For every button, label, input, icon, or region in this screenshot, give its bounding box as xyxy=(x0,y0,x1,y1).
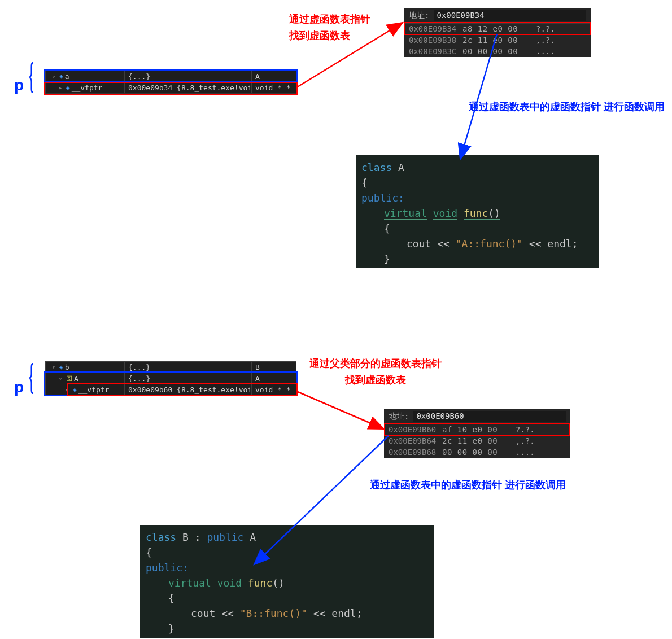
code-line: public: xyxy=(361,190,593,205)
var-type: B xyxy=(252,363,296,371)
code-line: { xyxy=(361,175,593,190)
mem-ascii: ,.?. xyxy=(536,35,555,46)
mem-row: 0x00E09B6800 00 00 00.... xyxy=(384,447,570,458)
mem-bytes: 00 00 00 00 xyxy=(462,46,536,58)
code-panel-classA: class A { public: virtual void func() { … xyxy=(356,155,599,268)
annotation-call-func-1: 通过虚函数表中的虚函数指针 进行函数调用 xyxy=(469,99,665,115)
mem-bytes: 2c 11 e0 00 xyxy=(442,436,516,447)
code-line: cout << "B::func()" << endl; xyxy=(146,606,428,621)
code-line: { xyxy=(361,221,593,236)
code-line: { xyxy=(146,590,428,606)
brace-2: { xyxy=(29,357,34,395)
highlight-p-1 xyxy=(44,69,298,82)
highlight-vtable-entry-1 xyxy=(404,22,591,35)
brace-1: { xyxy=(29,56,34,95)
addr-input[interactable]: 0x00E09B60 xyxy=(413,411,566,422)
highlight-vtable-entry-2 xyxy=(384,423,570,436)
mem-ascii: .... xyxy=(516,447,535,458)
annotation-find-vtable-2: 通过父类部分的虚函数表指针 找到虚函数表 xyxy=(309,356,442,388)
code-line: } xyxy=(361,251,593,266)
code-line: cout << "A::func()" << endl; xyxy=(361,236,593,251)
arrow-vfptr-to-vtable-2 xyxy=(296,389,390,435)
mem-ascii: ,.?. xyxy=(516,436,535,447)
label-p-1: p xyxy=(14,76,24,94)
mem-bytes: 2c 11 e0 00 xyxy=(462,35,536,46)
mem-row: 0x00E09B382c 11 e0 00,.?. xyxy=(404,35,591,46)
highlight-vfptr-2 xyxy=(67,383,298,396)
mem-addr: 0x00E09B68 xyxy=(389,447,442,458)
code-line: public: xyxy=(146,560,428,575)
var-name: b xyxy=(65,363,69,371)
mem-ascii: .... xyxy=(536,46,555,58)
code-panel-classB: class B : public A { public: virtual voi… xyxy=(140,525,434,638)
mem-row: 0x00E09B642c 11 e0 00,.?. xyxy=(384,436,570,447)
mem-addr: 0x00E09B38 xyxy=(409,35,462,46)
variable-icon: ◈ xyxy=(59,364,63,371)
mem-bytes: 00 00 00 00 xyxy=(442,447,516,458)
memory-header: 地址: 0x00E09B34 xyxy=(404,8,591,24)
mem-addr: 0x00E09B64 xyxy=(389,436,442,447)
code-line: } xyxy=(146,621,428,636)
annotation-find-vtable-1: 通过虚函数表指针 找到虚函数表 xyxy=(289,11,370,44)
addr-label: 地址: xyxy=(409,10,429,21)
code-line: virtual void func() xyxy=(361,205,593,221)
code-line: { xyxy=(146,545,428,560)
code-line: virtual void func() xyxy=(146,575,428,590)
mem-row: 0x00E09B3C00 00 00 00.... xyxy=(404,46,591,58)
expand-icon[interactable]: ▿ xyxy=(52,364,58,370)
label-p-2: p xyxy=(14,378,24,396)
mem-addr: 0x00E09B3C xyxy=(409,46,462,58)
annotation-call-func-2: 通过虚函数表中的虚函数指针 进行函数调用 xyxy=(370,477,566,493)
addr-label: 地址: xyxy=(389,411,409,422)
code-line: class B : public A xyxy=(146,529,428,545)
addr-input[interactable]: 0x00E09B34 xyxy=(434,10,586,21)
code-line: class A xyxy=(361,160,593,175)
memory-header: 地址: 0x00E09B60 xyxy=(384,409,570,424)
svg-line-5 xyxy=(298,392,384,429)
highlight-vfptr-1 xyxy=(44,82,298,95)
